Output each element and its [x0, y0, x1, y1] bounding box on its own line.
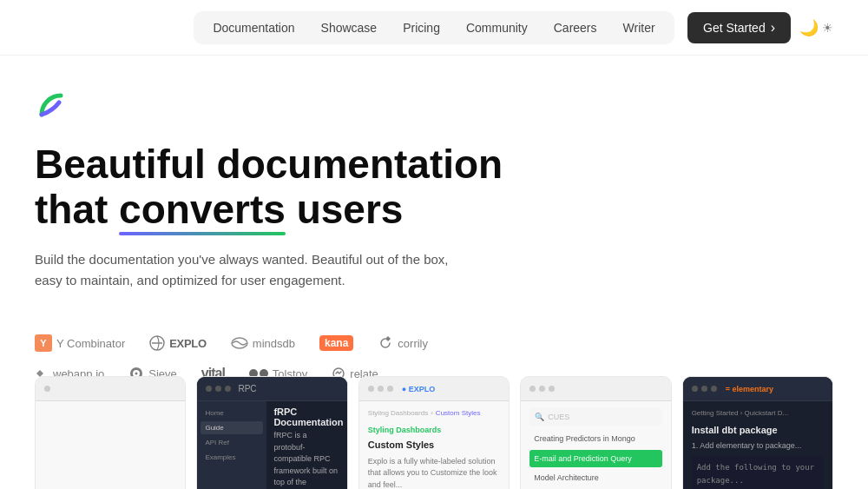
sc-explo-dot2 — [378, 386, 384, 392]
screenshot-elementary: = elementary Getting Started › Quickstar… — [682, 376, 833, 489]
bc-styling: Styling Dashboards — [368, 408, 428, 420]
bc-sep: › — [431, 408, 433, 420]
sc-partial-topbar — [36, 377, 185, 401]
get-started-button[interactable]: Get Started — [687, 12, 791, 43]
sc-explo-dot3 — [387, 386, 393, 392]
sc-rpc-body-text: fRPC is a protobuf-compatible RPC framew… — [273, 430, 339, 489]
nav-links-container: Documentation Showcase Pricing Community… — [194, 11, 674, 44]
svg-point-5 — [135, 373, 138, 375]
screenshots-strip: RPC Home Guide API Ref Examples fRPC Doc… — [0, 376, 868, 489]
sc-explo-content: Styling Dashboards › Custom Styles Styli… — [359, 401, 509, 489]
logo-corrily: corrily — [378, 335, 428, 351]
sc-list-item-3: Model Architecture — [529, 469, 661, 486]
corrily-label: corrily — [398, 337, 428, 350]
headline-part2: that — [35, 187, 119, 232]
mindsdb-label: mindsdb — [253, 337, 295, 350]
search-icon: 🔍 — [535, 411, 544, 423]
sc-nav-api: API Ref — [201, 436, 263, 449]
nav-showcase[interactable]: Showcase — [311, 17, 388, 39]
screenshot-cues: 🔍 CUES Creating Predictors in Mongo E-ma… — [520, 376, 671, 489]
theme-toggle[interactable]: 🌙 ☀ — [799, 18, 833, 37]
logos-row-1: Y Y Combinator EXPLO mindsdb kana — [35, 334, 833, 352]
sc-elem-dot2 — [701, 386, 707, 392]
hero-subtext: Build the documentation you've always wa… — [35, 249, 451, 291]
theme-moon-icon: 🌙 — [799, 18, 819, 37]
sc-elem-content: Getting Started › Quickstart D... Instal… — [683, 401, 832, 489]
sc-cues-search-text: CUES — [548, 411, 569, 423]
logo-explo: EXPLO — [149, 335, 207, 351]
sc-rpc-topbar: RPC — [197, 377, 346, 401]
screenshot-explo: ● EXPLO Styling Dashboards › Custom Styl… — [358, 376, 510, 489]
sc-nav-extra: Examples — [201, 451, 263, 464]
sc-elem-title: Install dbt package — [692, 423, 824, 439]
sc-rpc-dot3 — [225, 386, 231, 392]
sc-elem-dot3 — [711, 386, 717, 392]
hero-headline: Beautiful documentation that converts us… — [35, 142, 556, 232]
sc-rpc-body: Home Guide API Ref Examples fRPC Documen… — [197, 401, 346, 489]
sc-nav-home: Home — [201, 406, 263, 420]
logo-mindsdb: mindsdb — [231, 336, 295, 350]
sc-explo-body: Explo is a fully white-labeled solution … — [368, 456, 500, 489]
explo-icon — [149, 335, 165, 351]
navbar: Documentation Showcase Pricing Community… — [0, 0, 868, 56]
sc-cues-dot3 — [549, 386, 555, 392]
explo-label: EXPLO — [169, 337, 207, 350]
sc-dot — [44, 386, 50, 392]
theme-sun-icon: ☀ — [822, 21, 833, 35]
sc-rpc-sidenav: Home Guide API Ref Examples — [197, 401, 266, 489]
sc-rpc-title: RPC — [238, 384, 256, 393]
sc-explo-title: Custom Styles — [368, 438, 500, 453]
sc-rpc-dot2 — [215, 386, 221, 392]
corrily-icon — [378, 335, 393, 351]
ycombinator-label: Y Combinator — [56, 337, 125, 350]
kana-label: kana — [319, 335, 353, 351]
nav-careers[interactable]: Careers — [543, 17, 608, 39]
screenshot-partial — [35, 376, 186, 489]
sc-cues-search: 🔍 CUES — [529, 408, 661, 426]
sc-explo-brand: ● EXPLO — [402, 385, 435, 393]
sc-explo-dot — [368, 386, 374, 392]
mindsdb-icon — [231, 336, 248, 350]
ycombinator-icon: Y — [35, 334, 52, 352]
code-comment: Add the following to your package... — [697, 463, 814, 485]
sc-explo-breadcrumb: Styling Dashboards › Custom Styles — [368, 408, 500, 420]
nav-community[interactable]: Community — [456, 17, 538, 39]
sc-cues-dot — [529, 386, 536, 392]
sc-explo-section-label: Styling Dashboards — [368, 424, 500, 436]
headline-highlight: converts — [119, 188, 286, 233]
sc-nav-guide: Guide — [201, 421, 263, 434]
logo-kana: kana — [319, 335, 353, 351]
logo-ycombinator: Y Y Combinator — [35, 334, 125, 352]
sc-elem-breadcrumb: Getting Started › Quickstart D... — [692, 408, 824, 420]
headline-part1: Beautiful documentation — [35, 142, 503, 187]
sc-explo-topbar: ● EXPLO — [359, 377, 509, 401]
headline-part3: users — [286, 187, 404, 232]
hero-section: Beautiful documentation that converts us… — [0, 56, 868, 308]
sc-cues-dot2 — [539, 386, 545, 392]
sc-elem-code: Add the following to your package... whe… — [692, 456, 824, 489]
sc-cues-content: 🔍 CUES Creating Predictors in Mongo E-ma… — [521, 401, 670, 489]
brand-logo — [35, 89, 68, 122]
sc-list-item-1: Creating Predictors in Mongo — [529, 430, 661, 447]
nav-right: Get Started 🌙 ☀ — [687, 12, 833, 43]
nav-writer[interactable]: Writer — [613, 17, 666, 39]
sc-elem-dot — [692, 386, 698, 392]
nav-pricing[interactable]: Pricing — [392, 17, 450, 39]
screenshot-rpc: RPC Home Guide API Ref Examples fRPC Doc… — [196, 376, 347, 489]
nav-documentation[interactable]: Documentation — [202, 17, 305, 39]
sc-rpc-heading: fRPC Documentation — [273, 406, 339, 427]
sc-elem-step: 1. Add elementary to package... — [692, 440, 824, 453]
sc-rpc-dot — [206, 386, 212, 392]
sc-cues-topbar — [521, 377, 670, 401]
sc-elem-brand: = elementary — [726, 385, 773, 393]
sc-rpc-main: fRPC Documentation fRPC is a protobuf-co… — [266, 401, 346, 489]
bc-custom-styles: Custom Styles — [436, 408, 481, 420]
sc-list-item-2: E-mail and Prediction Query — [529, 450, 661, 467]
sc-elem-topbar: = elementary — [683, 377, 832, 401]
